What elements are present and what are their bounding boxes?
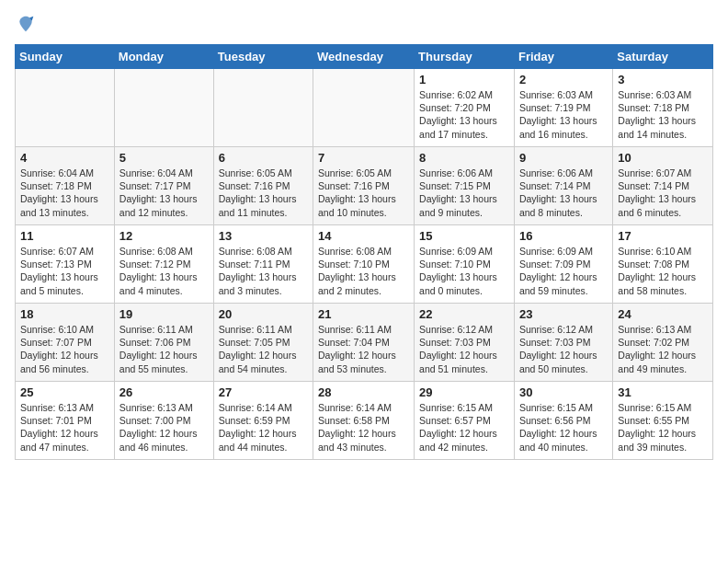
day-number: 19 [119,307,209,321]
calendar-header: SundayMondayTuesdayWednesdayThursdayFrid… [16,45,713,69]
calendar-cell: 26Sunrise: 6:13 AM Sunset: 7:00 PM Dayli… [114,382,213,460]
day-number: 5 [119,151,209,165]
calendar-cell: 21Sunrise: 6:11 AM Sunset: 7:04 PM Dayli… [313,304,415,382]
day-number: 28 [318,385,409,399]
calendar-cell: 9Sunrise: 6:06 AM Sunset: 7:14 PM Daylig… [514,147,612,225]
calendar-cell: 31Sunrise: 6:15 AM Sunset: 6:55 PM Dayli… [613,382,713,460]
page-header [15,15,713,33]
calendar-cell: 28Sunrise: 6:14 AM Sunset: 6:58 PM Dayli… [313,382,415,460]
calendar-cell: 18Sunrise: 6:10 AM Sunset: 7:07 PM Dayli… [16,304,115,382]
header-row: SundayMondayTuesdayWednesdayThursdayFrid… [16,45,713,69]
day-number: 14 [318,229,409,243]
day-number: 24 [618,307,708,321]
cell-content: Sunrise: 6:10 AM Sunset: 7:08 PM Dayligh… [618,245,708,297]
day-number: 21 [318,307,409,321]
day-number: 15 [419,229,509,243]
header-wednesday: Wednesday [313,45,415,69]
day-number: 17 [618,229,708,243]
cell-content: Sunrise: 6:13 AM Sunset: 7:01 PM Dayligh… [20,401,109,454]
calendar-cell [313,69,415,147]
header-thursday: Thursday [415,45,515,69]
day-number: 9 [519,151,608,165]
week-row-2: 11Sunrise: 6:07 AM Sunset: 7:13 PM Dayli… [16,225,713,304]
calendar-cell: 20Sunrise: 6:11 AM Sunset: 7:05 PM Dayli… [213,304,313,382]
cell-content: Sunrise: 6:02 AM Sunset: 7:20 PM Dayligh… [419,88,509,141]
day-number: 3 [618,73,708,86]
cell-content: Sunrise: 6:07 AM Sunset: 7:14 PM Dayligh… [618,167,708,219]
cell-content: Sunrise: 6:07 AM Sunset: 7:13 PM Dayligh… [20,245,109,297]
cell-content: Sunrise: 6:14 AM Sunset: 6:59 PM Dayligh… [219,401,308,454]
calendar-cell: 17Sunrise: 6:10 AM Sunset: 7:08 PM Dayli… [613,225,713,304]
calendar-cell: 5Sunrise: 6:04 AM Sunset: 7:17 PM Daylig… [114,147,213,225]
calendar-cell: 11Sunrise: 6:07 AM Sunset: 7:13 PM Dayli… [16,225,115,304]
calendar-cell: 25Sunrise: 6:13 AM Sunset: 7:01 PM Dayli… [16,382,115,460]
day-number: 1 [419,73,509,86]
day-number: 6 [219,151,308,165]
cell-content: Sunrise: 6:09 AM Sunset: 7:09 PM Dayligh… [519,245,608,297]
day-number: 30 [519,385,608,399]
cell-content: Sunrise: 6:08 AM Sunset: 7:12 PM Dayligh… [119,245,209,297]
day-number: 4 [20,151,109,165]
calendar-cell: 1Sunrise: 6:02 AM Sunset: 7:20 PM Daylig… [415,69,515,147]
calendar-cell: 15Sunrise: 6:09 AM Sunset: 7:10 PM Dayli… [415,225,515,304]
cell-content: Sunrise: 6:04 AM Sunset: 7:17 PM Dayligh… [119,167,209,219]
cell-content: Sunrise: 6:11 AM Sunset: 7:05 PM Dayligh… [219,323,308,375]
header-sunday: Sunday [16,45,115,69]
day-number: 22 [419,307,509,321]
cell-content: Sunrise: 6:13 AM Sunset: 7:02 PM Dayligh… [618,323,708,375]
calendar-cell: 24Sunrise: 6:13 AM Sunset: 7:02 PM Dayli… [613,304,713,382]
calendar-cell: 22Sunrise: 6:12 AM Sunset: 7:03 PM Dayli… [415,304,515,382]
cell-content: Sunrise: 6:10 AM Sunset: 7:07 PM Dayligh… [20,323,109,375]
calendar-cell: 12Sunrise: 6:08 AM Sunset: 7:12 PM Dayli… [114,225,213,304]
cell-content: Sunrise: 6:11 AM Sunset: 7:04 PM Dayligh… [318,323,409,375]
calendar-cell: 6Sunrise: 6:05 AM Sunset: 7:16 PM Daylig… [213,147,313,225]
day-number: 29 [419,385,509,399]
calendar-cell: 29Sunrise: 6:15 AM Sunset: 6:57 PM Dayli… [415,382,515,460]
calendar-cell: 27Sunrise: 6:14 AM Sunset: 6:59 PM Dayli… [213,382,313,460]
day-number: 7 [318,151,409,165]
day-number: 12 [119,229,209,243]
calendar-cell [114,69,213,147]
day-number: 11 [20,229,109,243]
cell-content: Sunrise: 6:05 AM Sunset: 7:16 PM Dayligh… [318,167,409,219]
cell-content: Sunrise: 6:06 AM Sunset: 7:15 PM Dayligh… [419,167,509,219]
cell-content: Sunrise: 6:08 AM Sunset: 7:11 PM Dayligh… [219,245,308,297]
logo [15,15,35,33]
day-number: 10 [618,151,708,165]
calendar-cell: 30Sunrise: 6:15 AM Sunset: 6:56 PM Dayli… [514,382,612,460]
cell-content: Sunrise: 6:11 AM Sunset: 7:06 PM Dayligh… [119,323,209,375]
header-saturday: Saturday [613,45,713,69]
calendar-cell: 23Sunrise: 6:12 AM Sunset: 7:03 PM Dayli… [514,304,612,382]
cell-content: Sunrise: 6:03 AM Sunset: 7:19 PM Dayligh… [519,88,608,141]
calendar-cell: 8Sunrise: 6:06 AM Sunset: 7:15 PM Daylig… [415,147,515,225]
week-row-3: 18Sunrise: 6:10 AM Sunset: 7:07 PM Dayli… [16,304,713,382]
day-number: 20 [219,307,308,321]
calendar-cell [213,69,313,147]
week-row-0: 1Sunrise: 6:02 AM Sunset: 7:20 PM Daylig… [16,69,713,147]
calendar-cell: 16Sunrise: 6:09 AM Sunset: 7:09 PM Dayli… [514,225,612,304]
cell-content: Sunrise: 6:15 AM Sunset: 6:56 PM Dayligh… [519,401,608,454]
day-number: 18 [20,307,109,321]
day-number: 26 [119,385,209,399]
cell-content: Sunrise: 6:09 AM Sunset: 7:10 PM Dayligh… [419,245,509,297]
cell-content: Sunrise: 6:15 AM Sunset: 6:55 PM Dayligh… [618,401,708,454]
calendar-table: SundayMondayTuesdayWednesdayThursdayFrid… [15,44,713,460]
day-number: 13 [219,229,308,243]
header-tuesday: Tuesday [213,45,313,69]
cell-content: Sunrise: 6:06 AM Sunset: 7:14 PM Dayligh… [519,167,608,219]
cell-content: Sunrise: 6:12 AM Sunset: 7:03 PM Dayligh… [419,323,509,375]
cell-content: Sunrise: 6:05 AM Sunset: 7:16 PM Dayligh… [219,167,308,219]
cell-content: Sunrise: 6:14 AM Sunset: 6:58 PM Dayligh… [318,401,409,454]
day-number: 31 [618,385,708,399]
day-number: 2 [519,73,608,86]
calendar-cell: 4Sunrise: 6:04 AM Sunset: 7:18 PM Daylig… [16,147,115,225]
calendar-cell: 7Sunrise: 6:05 AM Sunset: 7:16 PM Daylig… [313,147,415,225]
calendar-body: 1Sunrise: 6:02 AM Sunset: 7:20 PM Daylig… [16,69,713,460]
cell-content: Sunrise: 6:08 AM Sunset: 7:10 PM Dayligh… [318,245,409,297]
day-number: 16 [519,229,608,243]
day-number: 23 [519,307,608,321]
header-friday: Friday [514,45,612,69]
day-number: 25 [20,385,109,399]
cell-content: Sunrise: 6:13 AM Sunset: 7:00 PM Dayligh… [119,401,209,454]
day-number: 27 [219,385,308,399]
